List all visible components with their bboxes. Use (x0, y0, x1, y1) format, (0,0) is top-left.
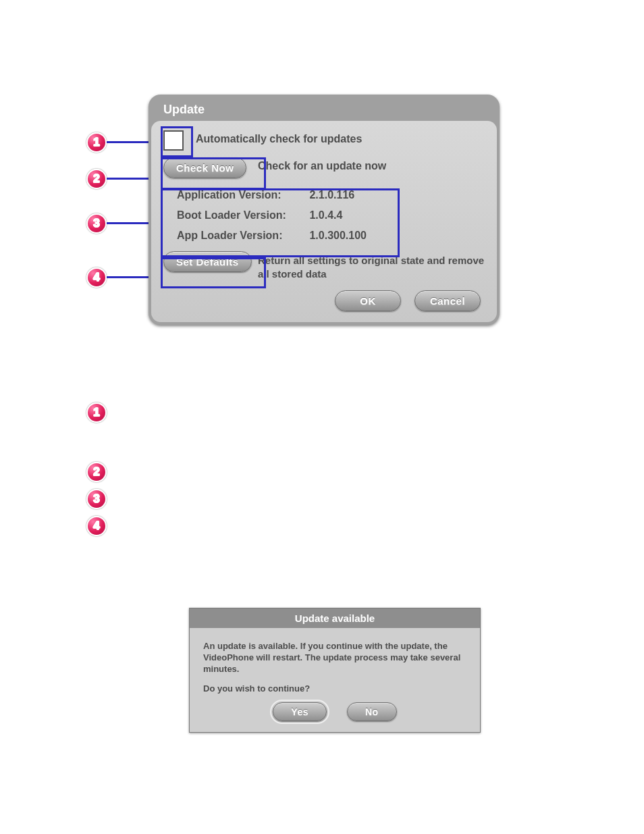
auto-check-label: Automatically check for updates (196, 130, 485, 145)
callout-badge-1: 1 (86, 132, 107, 153)
legend-badge-1: 1 (86, 402, 107, 423)
callout-box-3 (161, 188, 400, 257)
callout-badge-3: 3 (86, 213, 107, 234)
callout-box-2 (161, 157, 266, 190)
cancel-button[interactable]: Cancel (414, 290, 481, 311)
no-button[interactable]: No (347, 702, 397, 721)
legend-badge-2: 2 (86, 462, 107, 482)
callout-box-4 (161, 257, 266, 288)
dialog-body: Automatically check for updates Check No… (151, 121, 497, 322)
legend-badge-4: 4 (86, 516, 107, 536)
update-available-message: An update is available. If you continue … (203, 640, 466, 675)
callout-badge-2: 2 (86, 169, 107, 189)
ok-button[interactable]: OK (335, 290, 401, 311)
update-available-title: Update available (190, 608, 480, 628)
legend-badge-3: 3 (86, 489, 107, 509)
callout-box-1 (161, 126, 193, 157)
callout-badge-4: 4 (86, 267, 107, 288)
yes-button[interactable]: Yes (273, 702, 327, 721)
update-dialog: Update Automatically check for updates C… (149, 95, 500, 325)
dialog-title: Update (151, 97, 497, 121)
update-available-dialog: Update available An update is available.… (189, 608, 481, 733)
check-now-label: Check for an update now (258, 157, 485, 172)
update-available-question: Do you wish to continue? (203, 683, 466, 694)
